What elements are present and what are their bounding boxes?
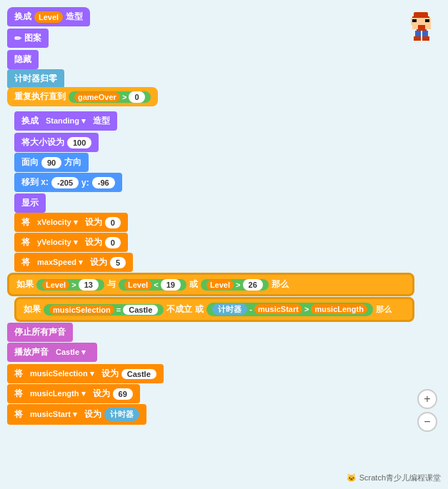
- goto-label: 移到 x:: [21, 176, 49, 188]
- set-musicsel-lbl: 将: [14, 368, 23, 380]
- level-var1[interactable]: Level: [42, 280, 69, 290]
- or-label: 或: [189, 278, 198, 291]
- zoom-in-button[interactable]: +: [417, 389, 437, 409]
- set-musiclen-block: 将 musicLength ▾ 设为 69: [7, 384, 140, 403]
- xvel-dropdown[interactable]: xVelocity ▾: [33, 216, 82, 228]
- if-label: 如果: [16, 278, 34, 291]
- or2-label: 或: [195, 303, 204, 316]
- yvel-dropdown[interactable]: yVelocity ▾: [33, 236, 82, 248]
- reset-timer-block: 计时器归零: [7, 69, 64, 89]
- then-label2: 那么: [376, 304, 392, 315]
- not-label: 不成立: [166, 303, 192, 316]
- face-dir-block: 面向 90 方向: [14, 153, 89, 172]
- timer-val: 计时器: [104, 408, 139, 421]
- set-size-block: 将大小设为 100: [14, 133, 99, 152]
- gt-symbol: >: [122, 93, 126, 101]
- y-label: y:: [81, 178, 89, 188]
- watermark-text: Scratch青少儿编程课堂: [359, 473, 441, 483]
- svg-rect-5: [417, 25, 427, 31]
- hide-label: 隐藏: [14, 54, 31, 66]
- hide-block: 隐藏: [7, 50, 39, 69]
- and-label: 与: [107, 278, 116, 291]
- scratch-icon: 🐱: [347, 473, 357, 483]
- musicsel-var[interactable]: musicSelection: [49, 305, 114, 315]
- set-to-label2: 设为: [85, 236, 102, 248]
- repeat-until-block: 重复执行直到 gameOver > 0: [7, 87, 158, 106]
- stop-sounds-label: 停止所有声音: [14, 326, 66, 338]
- svg-rect-10: [414, 36, 421, 41]
- size-value[interactable]: 100: [67, 137, 91, 148]
- set-xvel-block: 将 xVelocity ▾ 设为 0: [14, 213, 128, 232]
- castle-set-value[interactable]: Castle: [121, 369, 156, 379]
- costume-label: 造型: [66, 11, 83, 23]
- val19[interactable]: 19: [161, 279, 181, 291]
- y-value[interactable]: -96: [92, 177, 115, 188]
- maxspeed-dropdown[interactable]: maxSpeed ▾: [33, 256, 87, 268]
- level-var3[interactable]: Level: [206, 280, 234, 290]
- castle-value[interactable]: Castle: [123, 305, 158, 315]
- castle-sound-dropdown[interactable]: Castle ▾: [51, 346, 90, 358]
- musiclen-value[interactable]: 69: [113, 388, 133, 400]
- zoom-out-button[interactable]: −: [417, 412, 437, 432]
- set-musicsel-to: 设为: [101, 368, 119, 380]
- musicstart-dropdown[interactable]: musicStart ▾: [26, 408, 81, 420]
- show-label: 显示: [21, 197, 39, 209]
- set-musicstart-to: 设为: [84, 408, 101, 420]
- level-gt13: Level > 13: [36, 279, 104, 291]
- level-lt19: Level < 19: [119, 279, 186, 291]
- set-to-label3: 设为: [90, 256, 107, 268]
- svg-rect-4: [425, 19, 429, 22]
- gameover-dropdown[interactable]: gameOver: [74, 92, 120, 102]
- show-block: 显示: [14, 193, 46, 213]
- switch-costume-block: 换成 Level 造型: [7, 7, 90, 26]
- set-maxspeed-block: 将 maxSpeed ▾ 设为 5: [14, 253, 133, 272]
- set-musicsel-block: 将 musicSelection ▾ 设为 Castle: [7, 364, 164, 383]
- switch-label: 换成: [14, 11, 31, 23]
- xvel-value[interactable]: 0: [105, 217, 121, 228]
- zero-value[interactable]: 0: [129, 91, 144, 103]
- zoom-controls: + −: [417, 389, 437, 432]
- val26[interactable]: 26: [243, 279, 263, 291]
- musiclen-dropdown[interactable]: musicLength ▾: [26, 388, 90, 400]
- level-var2[interactable]: Level: [124, 280, 151, 290]
- level-gt26: Level > 26: [201, 279, 269, 291]
- costume-label2: 造型: [93, 115, 110, 127]
- standing-dropdown[interactable]: Standing ▾: [41, 115, 90, 127]
- repeat-until-label: 重复执行直到: [14, 91, 66, 103]
- svg-rect-7: [425, 25, 431, 29]
- x-value[interactable]: -205: [51, 177, 79, 188]
- dir-value[interactable]: 90: [41, 157, 61, 168]
- inner-if-block: 如果 musicSelection = Castle 不成立 或 计时器 - m…: [14, 297, 414, 322]
- set-yvel-block: 将 yVelocity ▾ 设为 0: [14, 233, 128, 252]
- set-musiclen-to: 设为: [93, 388, 110, 400]
- set-xvel-label: 将: [21, 216, 30, 228]
- music-sel-condition: musicSelection = Castle: [44, 304, 164, 316]
- sprite-icon: [405, 11, 437, 43]
- play-sound-label: 播放声音: [14, 346, 49, 358]
- goto-xy-block: 移到 x: -205 y: -96: [14, 173, 122, 192]
- val13[interactable]: 13: [79, 279, 99, 291]
- reset-timer-label: 计时器归零: [14, 73, 57, 85]
- musicsel-set-dropdown[interactable]: musicSelection ▾: [26, 368, 99, 380]
- pencil-icon: ✏: [14, 34, 21, 44]
- yvel-value[interactable]: 0: [105, 237, 121, 248]
- svg-rect-3: [412, 19, 417, 22]
- set-yvel-label: 将: [21, 236, 30, 248]
- costume-icon-label: 图案: [24, 32, 41, 44]
- maxspeed-value[interactable]: 5: [110, 257, 126, 268]
- costume-icon-block: ✏ 图案: [7, 29, 49, 48]
- stop-sounds-block: 停止所有声音: [7, 323, 73, 342]
- condition-oval: gameOver > 0: [69, 91, 151, 103]
- set-maxspeed-label: 将: [21, 256, 30, 268]
- switch-standing-block: 换成 Standing ▾ 造型: [14, 111, 117, 131]
- level-dropdown[interactable]: Level: [34, 11, 63, 23]
- musicstart-var[interactable]: musicStart: [254, 304, 302, 314]
- set-size-label: 将大小设为: [21, 136, 64, 148]
- then-label: 那么: [272, 278, 289, 291]
- face-dir-label: 面向: [21, 156, 39, 168]
- musiclen-var-cond[interactable]: musicLength: [311, 304, 367, 314]
- watermark: 🐱 Scratch青少儿编程课堂: [347, 473, 441, 483]
- set-to-label: 设为: [85, 216, 102, 228]
- set-musiclen-lbl: 将: [14, 388, 23, 400]
- outer-if-block: 如果 Level > 13 与 Level < 19 或 Level > 26 …: [7, 273, 414, 296]
